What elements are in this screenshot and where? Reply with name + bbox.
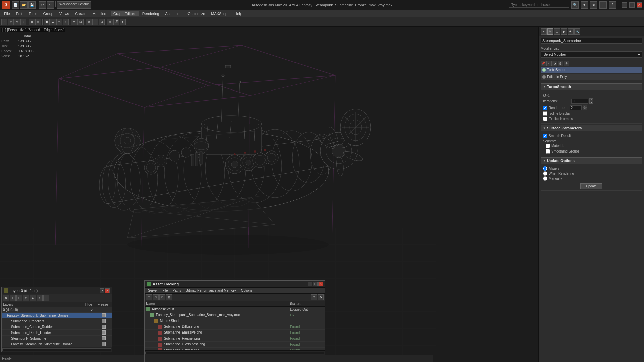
rect-select[interactable]: ▭ [35,19,41,25]
menu-maxscript[interactable]: MAXScript [208,11,231,16]
isoline-display-checkbox[interactable] [543,111,547,116]
surface-params-rollout-header[interactable]: ▼ Surface Parameters [541,125,642,131]
modifier-item-turbosmooth[interactable]: TurboSmooth [541,67,642,73]
search-icon[interactable]: 🔍 [571,1,579,9]
iterations-spinner[interactable]: ▲ ▼ [589,98,593,104]
asset-tool-2[interactable]: □ [153,294,159,300]
cmd-tab-display[interactable]: 👁 [568,28,574,35]
asset-settings-btn[interactable]: ⚙ [318,294,324,300]
cmd-tab-motion[interactable]: ▶ [561,28,567,35]
workspace-selector[interactable]: Workspace: Default [57,1,91,9]
quick-render[interactable]: ▶ [120,19,126,25]
close-button[interactable]: ✕ [637,2,642,8]
list-item[interactable]: Autodesk Vault Logged Out [145,307,325,312]
asset-minimize-btn[interactable]: — [308,282,312,286]
asset-menu-options[interactable]: Options [239,288,254,293]
list-item[interactable]: Submarine_Course_Rudder [2,324,112,330]
manually-radio[interactable] [543,176,547,181]
menu-create[interactable]: Create [72,11,89,16]
schematic-view[interactable]: ⊡ [99,19,105,25]
search-options[interactable]: ▼ [581,1,588,9]
asset-tool-3[interactable]: □ [159,294,165,300]
explicit-normals-checkbox[interactable] [543,117,547,121]
layers-add-btn[interactable]: + [10,295,16,301]
toolbar-redo[interactable]: ↪ [47,1,54,9]
render-iters-spinner[interactable]: ▲ ▼ [583,105,587,110]
iterations-input[interactable] [571,99,588,104]
minimize-button[interactable]: — [622,2,627,8]
cmd-tab-hierarchy[interactable]: ⬡ [554,28,560,35]
list-item[interactable]: Submarine_Emissive.png Found [145,330,325,336]
materials-checkbox[interactable] [546,144,550,148]
list-item[interactable]: Steampunk_Submarine [2,336,112,341]
list-item[interactable]: Submarine_Normal.png Found [145,348,325,350]
list-item[interactable]: Submarine_Propellers [2,318,112,324]
toolbar-ref1[interactable]: ★ [590,1,597,9]
select-tool[interactable]: ↖ [1,19,7,25]
menu-tools[interactable]: Tools [26,11,40,16]
mirror-tool[interactable]: ⇔ [71,19,77,25]
always-radio[interactable] [543,166,547,171]
list-item[interactable]: 0 (default) ✓ [2,307,112,313]
list-item[interactable]: Submarine_Diffuse.png Found [145,324,325,330]
asset-tool-4[interactable]: ⊞ [166,294,172,300]
modifier-item-editablepoly[interactable]: Editable Poly [541,74,642,80]
menu-animation[interactable]: Animation [162,11,184,16]
list-item[interactable]: Submarine_Depth_Rudder [2,330,112,336]
make-unique-btn[interactable]: ◑ [552,61,557,66]
layers-help-button[interactable]: ? [100,288,104,293]
asset-help-btn[interactable]: ? [311,294,317,300]
move-tool[interactable]: ✛ [8,19,14,25]
asset-menu-bitmap[interactable]: Bitmap Performance and Memory [184,288,238,293]
object-name-input[interactable] [541,38,642,44]
toolbar-new[interactable]: 📄 [12,1,19,9]
toolbar-save[interactable]: 💾 [28,1,36,9]
layers-down-btn[interactable]: ⬇ [30,295,36,301]
cmd-tab-modify[interactable]: ✎ [547,28,553,35]
show-end-result-btn[interactable]: ⊙ [546,61,552,66]
cmd-tab-utilities[interactable]: 🔧 [574,28,580,35]
toolbar-undo[interactable]: ↩ [39,1,46,9]
layers-swap-btn[interactable]: ↕ [37,295,43,301]
list-item[interactable]: Fantasy_Steampunk_Submarine_Bronze [2,313,112,318]
remove-modifier-btn[interactable]: 🗑 [558,61,563,66]
menu-group[interactable]: Group [40,11,56,16]
help-icon[interactable]: ? [609,1,616,9]
asset-restore-btn[interactable]: □ [313,282,318,286]
snap-toggle[interactable]: 🔲 [44,19,50,25]
viewport[interactable]: [+] [Perspective] [Shaded + Edged Faces]… [0,27,538,362]
align-tool[interactable]: ⊟ [77,19,84,25]
modifier-dropdown[interactable]: Select Modifier TurboSmooth Edit Poly [541,51,642,58]
list-item[interactable]: Maps / Shaders [145,318,325,324]
scale-tool[interactable]: ⤡ [20,19,26,25]
menu-help[interactable]: Help [232,11,245,16]
turbosmooth-rollout-header[interactable]: ▼ TurboSmooth [541,83,642,90]
pin-stack-btn[interactable]: 📌 [541,61,546,66]
search-input[interactable] [509,2,569,8]
maximize-button[interactable]: □ [629,2,635,8]
list-item[interactable]: Fantasy_Steampunk_Submarine_Bronze_max_v… [145,312,325,318]
layers-delete-btn[interactable]: ✕ [3,295,9,301]
curve-editor[interactable]: ~ [92,19,98,25]
render-iters-input[interactable] [570,105,582,110]
menu-views[interactable]: Views [57,11,72,16]
menu-modifiers[interactable]: Modifiers [90,11,110,16]
spinner-snap[interactable]: ⟐ [63,19,69,25]
cmd-tab-create[interactable]: + [541,28,547,35]
smooth-result-checkbox[interactable] [543,134,547,138]
angle-snap[interactable]: ∠ [50,19,56,25]
layer-manager[interactable]: ⧉ [86,19,92,25]
material-editor[interactable]: ◈ [107,19,113,25]
list-item[interactable]: Submarine_Glossiness.png Found [145,342,325,347]
render-iters-checkbox[interactable] [543,106,547,110]
render-scene[interactable]: 🎬 [113,19,119,25]
asset-tool-1[interactable]: □ [146,294,152,300]
rotate-tool[interactable]: ↺ [14,19,20,25]
toolbar-ref2[interactable]: ⬡ [599,1,607,9]
asset-scrollbar-horizontal[interactable] [145,350,325,355]
smoothing-groups-checkbox[interactable] [546,149,550,154]
update-button[interactable]: Update [580,183,602,189]
menu-customize[interactable]: Customize [185,11,208,16]
percent-snap[interactable]: % [56,19,62,25]
menu-edit[interactable]: Edit [13,11,25,16]
